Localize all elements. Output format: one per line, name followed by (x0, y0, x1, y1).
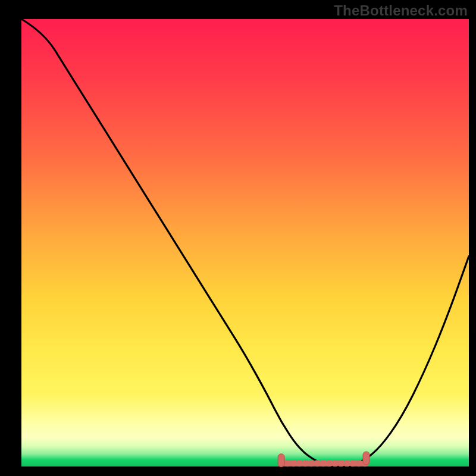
range-marker-start (278, 454, 284, 467)
chart-frame: TheBottleneck.com (0, 0, 476, 476)
bottleneck-chart (0, 0, 476, 476)
gradient-background (21, 19, 469, 466)
range-marker-end (363, 452, 369, 465)
